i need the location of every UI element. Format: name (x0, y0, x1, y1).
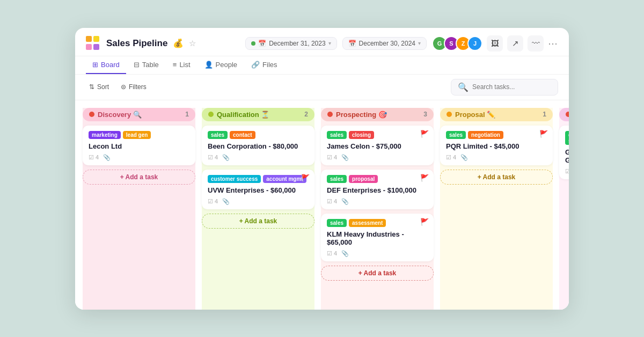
add-task-proposal[interactable]: + Add a task (440, 170, 553, 185)
tag-sales-been: sales (208, 131, 228, 139)
attach-pqr: 📎 (460, 154, 468, 161)
card-title-pqr: PQR Limited - $45,000 (446, 142, 547, 150)
tag-contact-been: CONTACT (230, 131, 255, 139)
tag-closing-james: CLOSING (349, 131, 374, 139)
page-title: Sales Pipeline (106, 38, 167, 49)
share-icon-button[interactable]: ↗ (507, 35, 523, 52)
people-tab-label: People (216, 61, 237, 69)
task-num-klm: 4 (334, 250, 337, 257)
col-count-prospecting: 3 (423, 111, 427, 118)
task-icon-been: ☑ (208, 154, 213, 161)
task-num-uvw: 4 (215, 198, 218, 204)
card-uvw[interactable]: 🚩 customer success ACCOUNT MGMT UVW Ente… (202, 170, 314, 209)
tab-people[interactable]: 👤 People (198, 56, 244, 74)
card-james[interactable]: 🚩 sales CLOSING James Celon - $75,000 ☑ … (321, 126, 434, 165)
col-name-proposal: Proposal ✏️ (455, 111, 495, 119)
task-icon-uvw: ☑ (208, 198, 213, 205)
card-tags-james: sales CLOSING (327, 131, 428, 139)
logo-square-3 (86, 44, 92, 50)
card-title-uvw: UVW Enterprises - $60,000 (208, 186, 309, 194)
add-task-discovery[interactable]: + Add a task (83, 170, 195, 185)
card-flag-pqr: 🚩 (539, 130, 548, 138)
toolbar: ⇅ Sort ⊜ Filters 🔍 (75, 75, 569, 100)
add-task-prospecting[interactable]: + Add a task (321, 266, 434, 281)
header-right: 📅 December 31, 2023 ▾ 📅 December 30, 202… (245, 35, 558, 52)
more-options-icon[interactable]: ⋯ (548, 38, 558, 49)
tag-negotiation-pqr: NEGOTIATION (468, 131, 503, 139)
col-count-discovery: 1 (185, 111, 189, 118)
col-dot-proposal (447, 112, 452, 117)
card-tags-geez: customer su (565, 131, 569, 145)
attach-icon-pqr: 📎 (460, 154, 468, 161)
card-tags-uvw: customer success ACCOUNT MGMT (208, 175, 309, 183)
date-end-badge[interactable]: 📅 December 30, 2024 ▾ (342, 37, 427, 50)
attach-lecon: 📎 (103, 154, 111, 161)
task-count-def: ☑ 4 (327, 198, 337, 205)
attach-klm: 📎 (341, 250, 349, 257)
attach-icon-lecon: 📎 (103, 154, 111, 161)
sort-icon: ⇅ (89, 83, 94, 91)
card-geez[interactable]: 🚩 customer su Geez Grou... ☑ 4 (559, 126, 569, 179)
tab-list[interactable]: ≡ List (166, 56, 197, 74)
card-title-klm: KLM Heavy Industries - $65,000 (327, 230, 428, 246)
col-dot-prospecting (327, 112, 333, 117)
image-icon-button[interactable]: 🖼 (487, 35, 503, 52)
card-tags-klm: sales ASSESSMENT (327, 219, 428, 227)
favorite-icon[interactable]: ☆ (189, 39, 196, 48)
avatar-4: J (467, 36, 482, 51)
header-left: Sales Pipeline 💰 ☆ (86, 36, 196, 51)
column-header-negotiation: Negot (559, 108, 569, 121)
calendar-icon-2: 📅 (348, 40, 356, 47)
tab-table[interactable]: ⊟ Table (127, 56, 165, 74)
sort-button[interactable]: ⇅ Sort (86, 82, 112, 92)
column-proposal: Proposal ✏️ 1 🚩 sales NEGOTIATION PQR Li… (440, 108, 553, 310)
task-num-pqr: 4 (453, 154, 456, 160)
logo-square-4 (93, 44, 99, 50)
tag-sales-def: sales (327, 175, 347, 183)
card-lecon[interactable]: marketing LEAD GEN Lecon Ltd ☑ 4 📎 (83, 126, 195, 165)
tab-files[interactable]: 🔗 Files (245, 56, 283, 74)
tag-sales-pqr: sales (446, 131, 466, 139)
date-start-label: December 31, 2023 (269, 40, 325, 47)
card-footer-james: ☑ 4 📎 (327, 154, 428, 161)
attach-icon-def: 📎 (341, 198, 349, 205)
tag-proposal-def: PROPOSAL (349, 175, 378, 183)
card-flag-def: 🚩 (420, 174, 429, 182)
app-logo (86, 36, 101, 51)
card-tags-def: sales PROPOSAL (327, 175, 428, 183)
col-count-qualification: 2 (304, 111, 308, 118)
card-klm[interactable]: 🚩 sales ASSESSMENT KLM Heavy Industries … (321, 214, 434, 261)
card-pqr[interactable]: 🚩 sales NEGOTIATION PQR Limited - $45,00… (440, 126, 553, 165)
attach-def: 📎 (341, 198, 349, 205)
card-tags-been: sales CONTACT (208, 131, 309, 139)
attach-icon-been: 📎 (222, 154, 230, 161)
add-task-qualification[interactable]: + Add a task (202, 214, 314, 229)
card-footer-lecon: ☑ 4 📎 (89, 154, 189, 161)
col-left-prospecting: Prospecting 🎯 (327, 111, 387, 119)
task-num-been: 4 (215, 154, 218, 160)
card-been-corp[interactable]: sales CONTACT Been Corporation - $80,000… (202, 126, 314, 165)
filters-button[interactable]: ⊜ Filters (118, 82, 150, 92)
task-num-def: 4 (334, 198, 337, 204)
search-icon: 🔍 (458, 82, 469, 92)
search-box[interactable]: 🔍 (451, 79, 558, 96)
date-start-badge[interactable]: 📅 December 31, 2023 ▾ (245, 37, 336, 50)
card-footer-def: ☑ 4 📎 (327, 198, 428, 205)
card-footer-geez: ☑ 4 (565, 168, 569, 175)
card-tags-pqr: sales NEGOTIATION (446, 131, 547, 139)
card-flag-james: 🚩 (420, 130, 429, 138)
task-icon-def: ☑ (327, 198, 332, 205)
tag-assessment-klm: ASSESSMENT (349, 219, 386, 227)
card-def[interactable]: 🚩 sales PROPOSAL DEF Enterprises - $100,… (321, 170, 434, 209)
search-input[interactable] (472, 83, 551, 91)
tabs-bar: ⊞ Board ⊟ Table ≡ List 👤 People 🔗 Files (75, 56, 569, 75)
column-negotiation: Negot 🚩 customer su Geez Grou... ☑ 4 (559, 108, 569, 310)
tab-board[interactable]: ⊞ Board (86, 56, 126, 74)
col-count-proposal: 1 (543, 111, 546, 118)
task-icon-lecon: ☑ (89, 154, 94, 161)
activity-icon-button[interactable]: 〰 (528, 35, 544, 52)
task-icon-james: ☑ (327, 154, 332, 161)
column-header-discovery: Discovery 🔍 1 (83, 108, 195, 121)
date-end-label: December 30, 2024 (359, 40, 415, 47)
attach-icon-uvw: 📎 (222, 198, 230, 205)
